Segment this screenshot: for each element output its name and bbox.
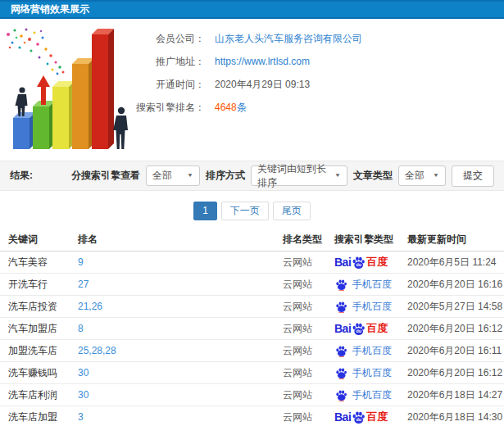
keyword-cell: 汽车美容 (8, 256, 78, 270)
rank-cell[interactable]: 8 (78, 323, 283, 334)
mobile-baidu-logo: 手机百度 (334, 366, 392, 380)
rank-cell[interactable]: 25,28,28 (78, 345, 283, 356)
baidu-paw-icon: du (352, 410, 366, 424)
sort-label: 排序方式 (206, 169, 245, 183)
chevron-down-icon: ▼ (334, 173, 341, 179)
company-label: 会员公司： (113, 27, 205, 50)
last-page-button[interactable]: 尾页 (273, 202, 311, 220)
engine-cell: 手机百度 (334, 388, 407, 402)
keyword-cell: 开洗车行 (8, 278, 78, 292)
table-row: 加盟洗车店 25,28,28 云网站 手机百度 2020年6月20日 16:11 (0, 340, 504, 362)
rank-type-cell: 云网站 (283, 410, 334, 424)
pagination: 1 下一页 尾页 (0, 202, 504, 220)
time-cell: 2020年6月5日 11:24 (407, 256, 504, 270)
time-cell: 2020年6月20日 16:11 (407, 344, 504, 358)
rank-type-cell: 云网站 (283, 344, 334, 358)
rank-type-cell: 云网站 (283, 256, 334, 270)
header-rank-type: 排名类型 (283, 233, 334, 247)
time-cell: 2020年6月20日 16:16 (407, 278, 504, 292)
keyword-cell: 洗车赚钱吗 (8, 366, 78, 380)
baidu-paw-icon (335, 345, 347, 357)
header-engine-type: 搜索引擎类型 (334, 233, 407, 247)
engine-rank-suffix: 条 (237, 102, 247, 113)
baidu-paw-icon (335, 301, 347, 313)
info-row-url: 推广地址：https://www.lrtlsd.com (113, 50, 362, 73)
mobile-baidu-logo: 手机百度 (334, 388, 392, 402)
article-type-value: 全部 (405, 169, 425, 183)
table-row: 洗车赚钱吗 30 云网站 手机百度 2020年6月20日 16:12 (0, 362, 504, 384)
chevron-down-icon: ▼ (187, 173, 193, 179)
engine-cell: 手机百度 (334, 366, 407, 380)
keyword-cell: 洗车店投资 (8, 300, 78, 314)
rank-cell[interactable]: 30 (78, 367, 283, 378)
open-time-value: 2020年4月29日 09:13 (215, 79, 310, 90)
rank-cell[interactable]: 27 (78, 279, 283, 290)
businessman-left (16, 87, 28, 116)
svg-text:du: du (356, 417, 361, 422)
engine-rank-count: 4648 (215, 102, 237, 113)
rank-type-cell: 云网站 (283, 300, 334, 314)
filter-bar: 结果: 分搜索引擎查看 全部 ▼ 排序方式 关键词由短到长排序 ▼ 文章类型 全… (0, 161, 504, 191)
keyword-cell: 加盟洗车店 (8, 344, 78, 358)
baidu-logo: Baidu百度 (334, 410, 388, 424)
rank-cell[interactable]: 9 (78, 256, 283, 268)
rank-cell[interactable]: 3 (78, 411, 283, 423)
mobile-baidu-logo: 手机百度 (334, 278, 392, 292)
next-page-button[interactable]: 下一页 (221, 202, 269, 220)
header-update-time: 最新更新时间 (407, 233, 504, 247)
baidu-logo: Baidu百度 (334, 321, 388, 336)
up-arrow-icon (37, 75, 50, 105)
keyword-cell: 汽车加盟店 (8, 322, 78, 336)
header-rank: 排名 (78, 233, 283, 247)
keyword-cell: 洗车店利润 (8, 388, 78, 402)
article-type-label: 文章类型 (353, 169, 393, 183)
rank-type-cell: 云网站 (283, 278, 334, 292)
engine-filter-label: 分搜索引擎查看 (71, 169, 140, 183)
table-row: 洗车店投资 21,26 云网站 手机百度 2020年5月27日 14:58 (0, 296, 504, 318)
promotion-url-link[interactable]: https://www.lrtlsd.com (215, 56, 310, 67)
baidu-paw-icon (335, 367, 347, 379)
engine-cell: 手机百度 (334, 344, 407, 358)
baidu-paw-icon: du (352, 256, 366, 270)
info-section: 会员公司：山东老人头汽车服务咨询有限公司 推广地址：https://www.lr… (0, 19, 504, 160)
engine-cell: Baidu百度 (334, 321, 407, 336)
open-time-label: 开通时间： (113, 73, 205, 96)
table-body: 汽车美容 9 云网站 Baidu百度 2020年6月5日 11:24 开洗车行 … (0, 252, 504, 426)
baidu-logo: Baidu百度 (334, 255, 388, 270)
results-table: 关键词 排名 排名类型 搜索引擎类型 最新更新时间 汽车美容 9 云网站 Bai… (0, 229, 504, 426)
bar-chart-illustration (2, 25, 131, 156)
engine-filter-value: 全部 (152, 169, 172, 183)
engine-cell: 手机百度 (334, 300, 407, 314)
time-cell: 2020年6月18日 14:27 (407, 388, 504, 402)
sort-select[interactable]: 关键词由短到长排序 ▼ (251, 165, 347, 186)
page-title: 网络营销效果展示 (0, 0, 504, 19)
page-button-current[interactable]: 1 (193, 202, 217, 220)
table-row: 汽车加盟店 8 云网站 Baidu百度 2020年6月20日 16:12 (0, 318, 504, 340)
rank-cell[interactable]: 30 (78, 389, 283, 401)
company-link[interactable]: 山东老人头汽车服务咨询有限公司 (215, 33, 362, 44)
article-type-select[interactable]: 全部 ▼ (398, 165, 446, 186)
url-label: 推广地址： (113, 50, 205, 73)
table-row: 洗车店利润 30 云网站 手机百度 2020年6月18日 14:27 (0, 384, 504, 406)
engine-rank-label: 搜索引擎排名： (113, 96, 205, 119)
page: 网络营销效果展示 (0, 0, 504, 426)
time-cell: 2020年5月27日 14:58 (407, 300, 504, 314)
mobile-baidu-logo: 手机百度 (334, 300, 392, 314)
rank-cell[interactable]: 21,26 (78, 301, 283, 312)
confetti (7, 29, 65, 75)
time-cell: 2020年6月20日 16:12 (407, 322, 504, 336)
company-info: 会员公司：山东老人头汽车服务咨询有限公司 推广地址：https://www.lr… (113, 27, 362, 119)
sort-value: 关键词由短到长排序 (257, 162, 334, 190)
mobile-baidu-logo: 手机百度 (334, 344, 392, 358)
table-row: 开洗车行 27 云网站 手机百度 2020年6月20日 16:16 (0, 274, 504, 296)
time-cell: 2020年6月18日 14:30 (407, 410, 504, 424)
keyword-cell: 洗车店加盟 (8, 410, 78, 424)
engine-cell: Baidu百度 (334, 410, 407, 424)
submit-button[interactable]: 提交 (452, 165, 494, 187)
time-cell: 2020年6月20日 16:12 (407, 366, 504, 380)
header-keyword: 关键词 (8, 233, 78, 247)
engine-cell: Baidu百度 (334, 255, 407, 270)
bars (13, 29, 114, 149)
engine-filter-select[interactable]: 全部 ▼ (146, 165, 200, 186)
info-row-company: 会员公司：山东老人头汽车服务咨询有限公司 (113, 27, 362, 50)
